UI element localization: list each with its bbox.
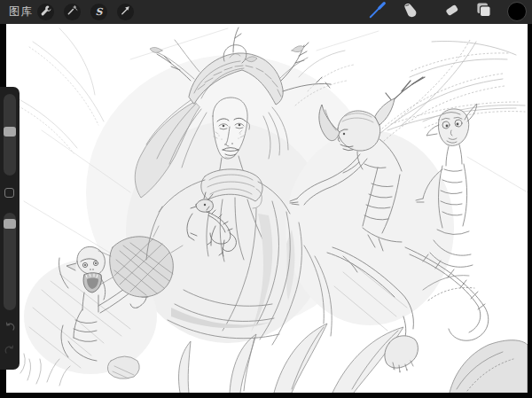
undo-button[interactable] (4, 321, 16, 333)
side-controls (0, 87, 20, 370)
selection-button[interactable]: S (90, 4, 107, 20)
layers-button[interactable] (474, 3, 493, 21)
eraser-tool-button[interactable] (442, 3, 461, 21)
brush-size-handle[interactable] (4, 127, 16, 137)
drawing-canvas[interactable] (6, 24, 528, 393)
adjustments-button[interactable] (64, 4, 81, 20)
actions-button[interactable] (37, 4, 54, 20)
eraser-icon (442, 1, 461, 23)
redo-icon (4, 344, 16, 359)
arrow-cursor-icon (120, 4, 131, 20)
color-swatch-button[interactable] (507, 2, 527, 21)
layers-icon (474, 1, 493, 23)
brush-icon (368, 1, 387, 23)
wrench-icon (40, 4, 51, 20)
magic-wand-icon (66, 4, 78, 20)
procreate-window: 图库 S (0, 0, 532, 398)
artwork-sketch (6, 24, 528, 393)
undo-icon (4, 321, 16, 336)
top-toolbar: 图库 S (0, 0, 532, 24)
gallery-button[interactable]: 图库 (9, 0, 33, 24)
transform-button[interactable] (117, 4, 134, 20)
smudge-tool-button[interactable] (401, 3, 419, 21)
modify-button[interactable] (4, 188, 14, 198)
redo-button[interactable] (4, 344, 16, 356)
s-glyph-icon: S (96, 5, 103, 17)
finger-icon (401, 1, 419, 23)
opacity-handle[interactable] (4, 219, 16, 229)
brush-tool-button[interactable] (368, 3, 387, 21)
